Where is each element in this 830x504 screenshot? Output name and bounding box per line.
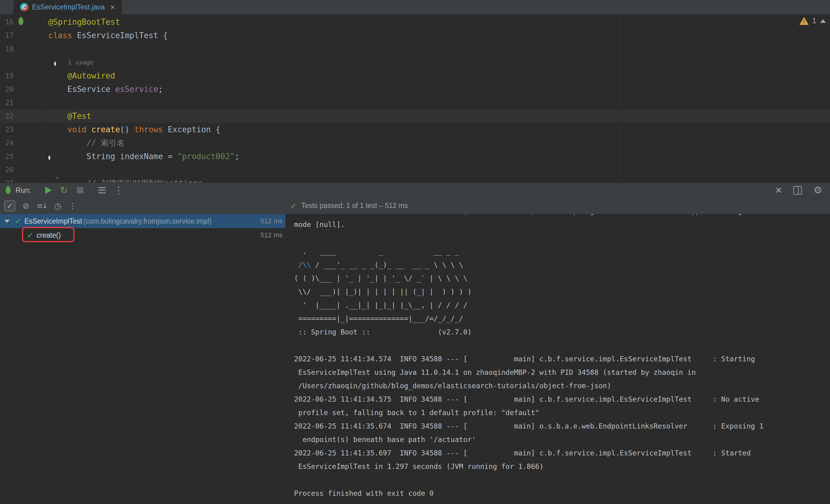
code-text: EsService — [48, 85, 115, 94]
code-text: () — [120, 125, 134, 134]
test-tree-method-row[interactable]: ✓ create() 512 ms — [0, 228, 286, 242]
console-line: mode [null]. — [294, 218, 830, 231]
gear-icon[interactable]: ⚙ — [813, 185, 822, 195]
console-log-line: EsServiceImplTest in 1.297 seconds (JVM … — [294, 460, 830, 473]
code-text: throws — [134, 125, 168, 134]
run-toolbar: Run: ↻ ⋮ × ⚙ — [0, 183, 830, 197]
line-number: 19 — [5, 69, 25, 83]
code-text: @Autowired — [48, 71, 115, 80]
test-package: (com.bolingcavalry.fromjson.service.impl… — [83, 217, 212, 225]
console-log-line: EsServiceImplTest using Java 11.0.14.1 o… — [294, 366, 830, 379]
run-label: Run: — [15, 186, 31, 195]
code-line: 17 class EsServiceImplTest { — [0, 29, 830, 42]
test-results-toolbar: ✓ ⊘ ≡↓ ◷ ⋮ ✓ Tests passed: 1 of 1 test –… — [0, 197, 830, 214]
code-text: class — [48, 31, 77, 40]
console-log-line: 2022-06-25 11:41:35.697 INFO 34588 --- [… — [294, 446, 830, 460]
code-text: ; — [234, 152, 240, 161]
code-text: void — [48, 125, 91, 134]
code-text: @SpringBootTest — [48, 18, 120, 27]
usages-inlay-line: 1 usage — [0, 56, 830, 69]
test-history-icon[interactable] — [98, 187, 106, 193]
console-log-line: profile set, falling back to 1 default p… — [294, 406, 830, 419]
code-text: Exception { — [168, 125, 220, 134]
console-banner-line: :: Spring Boot :: (v2.7.0) — [294, 325, 830, 339]
test-method-name: create() — [37, 231, 61, 240]
run-config-spring-icon — [4, 186, 13, 195]
editor-tab-active[interactable]: C EsServiceImplTest.java × — [13, 0, 122, 14]
line-number: 25 — [5, 150, 25, 163]
code-text: // 索引名 — [48, 138, 125, 148]
code-line: 21 — [0, 96, 830, 109]
console-banner-line: ' |____| .__|_| |_|_| |_\__, | / / / / — [294, 298, 830, 312]
rerun-failed-tests-icon[interactable]: ↻ — [60, 186, 68, 195]
console-banner-line: \\/ ___)| |_)| | | | | || (_| | ) ) ) ) — [294, 285, 830, 298]
code-text: ; — [158, 85, 163, 94]
ide-window: C EsServiceImplTest.java × 16 @SpringBoo… — [0, 0, 830, 504]
sort-tests-icon[interactable]: ≡↓ — [37, 202, 47, 210]
warning-count: 1 — [812, 17, 816, 25]
more-options-icon[interactable]: ⋮ — [69, 202, 77, 210]
test-tree: ✓ EsServiceImplTest (com.bolingcavalry.f… — [0, 214, 286, 504]
test-duration: 512 ms — [260, 231, 286, 239]
console-output[interactable]: 2022-06-25 11:41:34.356 INFO 34588 --- [… — [286, 214, 830, 504]
console-line — [294, 231, 830, 245]
console-log-line: endpoint(s) beneath base path '/actuator… — [294, 433, 830, 446]
console-line-clipped: 2022-06-25 11:41:34.356 INFO 34588 --- [… — [294, 214, 830, 218]
tests-passed-icon: ✓ — [290, 201, 297, 210]
test-tree-root-row[interactable]: ✓ EsServiceImplTest (com.bolingcavalry.f… — [0, 214, 286, 228]
close-tab-icon[interactable]: × — [110, 3, 115, 11]
console-line — [294, 339, 830, 352]
test-class-name: EsServiceImplTest — [25, 217, 82, 225]
console-banner-line: =========|_|==============|___/=/_/_/_/ — [294, 312, 830, 325]
java-test-class-icon: C — [20, 3, 28, 11]
console-log-line: /Users/zhaoqin/github/blog_demos/elastic… — [294, 379, 830, 392]
line-number: 20 — [5, 83, 25, 96]
code-text: // 创建索引时用到的settings — [48, 179, 202, 183]
test-duration: 512 ms — [260, 217, 286, 225]
tab-title: EsServiceImplTest.java — [32, 3, 105, 11]
line-number: 21 — [5, 96, 25, 109]
console-process-line: Process finished with exit code 0 — [294, 486, 830, 500]
console-log-line: 2022-06-25 11:41:35.674 INFO 34588 --- [… — [294, 419, 830, 433]
line-number: 24 — [5, 136, 25, 150]
code-line: 27 // 创建索引时用到的settings — [0, 177, 830, 183]
code-line: 19 @Autowired — [0, 69, 830, 83]
more-options-icon[interactable]: ⋮ — [114, 186, 123, 195]
code-text: @Test — [48, 112, 91, 121]
inspections-widget[interactable]: ! 1 — [799, 17, 826, 25]
code-text: create — [91, 125, 120, 134]
layout-settings-icon[interactable] — [793, 186, 802, 195]
console-line — [294, 473, 830, 486]
test-passed-icon: ✓ — [15, 217, 21, 225]
stop-button[interactable] — [77, 187, 83, 193]
code-line: 24 // 索引名 — [0, 136, 830, 150]
code-line: 18 — [0, 42, 830, 56]
line-number: 26 — [5, 163, 25, 177]
close-panel-icon[interactable]: × — [775, 185, 782, 196]
console-banner-line: . ____ _ __ _ _ — [294, 245, 830, 258]
code-line: 16 @SpringBootTest — [0, 15, 830, 29]
toolbar-separator — [91, 186, 92, 195]
line-number: 18 — [5, 42, 25, 56]
show-passed-toggle[interactable]: ✓ — [4, 200, 15, 211]
usages-hint[interactable]: 1 usage — [68, 59, 93, 66]
chevron-up-icon[interactable] — [820, 19, 826, 23]
tests-status-text: Tests passed: 1 of 1 test – 512 ms — [301, 201, 408, 210]
test-passed-icon: ✓ — [27, 231, 34, 239]
console-log-line: 2022-06-25 11:41:34.574 INFO 34588 --- [… — [294, 352, 830, 366]
console-banner-line: ( ( )\___ | '_ | '_| | '_ \/ _` | \ \ \ … — [294, 272, 830, 285]
code-text: EsServiceImplTest { — [77, 31, 168, 40]
ignore-tests-icon[interactable]: ⊘ — [23, 202, 29, 210]
code-line: 25 String indexName = "product002"; — [0, 150, 830, 163]
console-banner-line: /\\ / ___'_ __ _ _(_)_ __ __ _ \ \ \ \ — [294, 258, 830, 272]
history-clock-icon[interactable]: ◷ — [54, 202, 61, 210]
line-number: 22 — [5, 109, 25, 123]
chevron-down-icon[interactable] — [4, 220, 10, 223]
code-editor[interactable]: 16 @SpringBootTest 17 class EsServiceImp… — [0, 15, 830, 183]
warning-icon: ! — [799, 17, 809, 25]
rerun-button[interactable] — [45, 187, 52, 194]
line-number: 27 — [5, 177, 25, 183]
console-log-line: 2022-06-25 11:41:34.575 INFO 34588 --- [… — [294, 392, 830, 406]
line-number: 23 — [5, 123, 25, 136]
code-line-caret: 22 @Test — [0, 109, 830, 123]
